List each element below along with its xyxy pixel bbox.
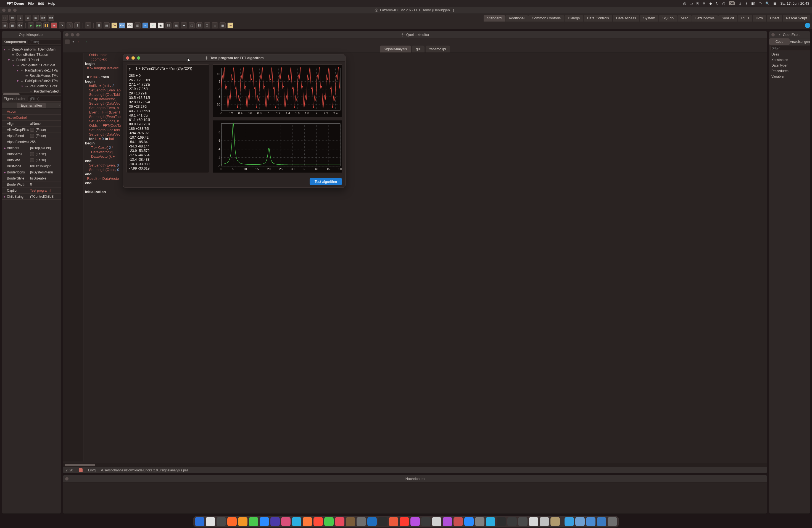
properties-tab[interactable]: Eigenschaften — [17, 103, 46, 108]
dock-app-icon[interactable] — [335, 517, 344, 526]
code-explorer-item[interactable]: Datentypen — [769, 63, 810, 68]
dock-app-icon[interactable] — [260, 517, 269, 526]
selection-tool[interactable]: ↖ — [85, 23, 91, 28]
input-source-badge[interactable]: DE — [729, 1, 735, 5]
editor-tab[interactable]: SignalAnalysis — [380, 46, 411, 53]
property-row[interactable]: AlphaBlendValu255 — [2, 139, 61, 145]
palette-tab-sqldb[interactable]: SQLdb — [659, 15, 677, 21]
dock-app-icon[interactable] — [421, 517, 431, 526]
comp-actionlist[interactable]: Ok — [227, 23, 233, 28]
comp-combobox[interactable]: ▤ — [173, 23, 179, 28]
palette-more-button[interactable] — [805, 23, 810, 28]
property-row[interactable]: AutoSize(False) — [2, 157, 61, 163]
tuning-fork-icon[interactable]: ♆ — [702, 1, 706, 5]
comp-scrollbar[interactable]: ━ — [181, 23, 187, 28]
tree-item[interactable]: ▾▭PairSplitter2: TPair — [2, 84, 61, 89]
dock-app-icon[interactable] — [464, 517, 474, 526]
palette-tab-rtti[interactable]: RTTI — [738, 15, 753, 21]
control-center-icon[interactable]: ☰ — [773, 1, 777, 5]
minimize-button[interactable] — [131, 56, 135, 60]
dock-app-icon[interactable] — [367, 517, 377, 526]
pause-button[interactable]: ❚❚ — [43, 23, 49, 28]
nav-forward-button[interactable]: → — [84, 40, 88, 44]
tree-item[interactable]: ▭ResultsMemo: TMe — [2, 73, 61, 78]
property-row[interactable]: CaptionTest program f — [2, 188, 61, 194]
results-memo[interactable]: y := 1 + 10*sin(2*pi*5*t) + 4*sin(2*pi*2… — [127, 64, 209, 173]
test-algorithm-button[interactable]: Test algorithm — [309, 178, 342, 185]
property-row[interactable]: AutoScroll(False) — [2, 151, 61, 157]
comp-checkbox[interactable]: ✓ — [150, 23, 156, 28]
code-explorer-item[interactable]: Konstanten — [769, 57, 810, 63]
menu-help[interactable]: Help — [48, 1, 55, 5]
comp-toggle[interactable]: on — [142, 23, 148, 28]
menu-clock[interactable]: Sa. 17. Juni 20:43 — [780, 1, 809, 5]
close-button[interactable] — [126, 56, 129, 60]
dock-app-icon[interactable] — [507, 517, 517, 526]
palette-tab-misc[interactable]: Misc — [678, 15, 692, 21]
tree-item[interactable]: ▾▭DemoMainForm: TDemoMain — [2, 47, 61, 52]
tool-units[interactable]: ▤ — [2, 23, 8, 28]
property-grid[interactable]: ActionActiveControlAlignalNoneAllowDropF… — [2, 108, 61, 513]
palette-tab-dialogs[interactable]: Dialogs — [565, 15, 583, 21]
dropbox-icon[interactable]: ◆ — [709, 1, 712, 5]
tool-save-all[interactable]: ⧉ — [25, 15, 31, 21]
dock-app-icon[interactable] — [206, 517, 215, 526]
code-explorer-item[interactable]: Uses — [769, 52, 810, 57]
property-row[interactable]: BorderStylebsSizeable — [2, 175, 61, 181]
comp-label[interactable]: Abc — [119, 23, 125, 28]
dock-app-icon[interactable] — [565, 517, 574, 526]
tree-item[interactable]: ▭PairSplitterSide3 — [2, 89, 61, 92]
sync-icon[interactable]: ↻ — [715, 1, 719, 5]
comp-memo[interactable]: ▥ — [134, 23, 141, 28]
clock-icon[interactable]: ◷ — [722, 1, 725, 5]
dock-app-icon[interactable] — [586, 517, 595, 526]
comp-groupbox[interactable]: ▢ — [189, 23, 195, 28]
tool-new[interactable]: ▢ — [2, 15, 8, 21]
tree-item[interactable]: ▭DemoButton: TButton — [2, 52, 61, 57]
code-explorer-item[interactable]: Variablen — [769, 74, 810, 79]
editor-dropdown[interactable]: ▾ — [72, 40, 74, 44]
dock-app-icon[interactable] — [303, 517, 312, 526]
tree-item[interactable]: ▾▭PairSplitter1: TPairSplit — [2, 62, 61, 68]
dock-app-icon[interactable] — [529, 517, 538, 526]
property-row[interactable]: ▸Anchors[akTop,akLeft] — [2, 145, 61, 151]
bluetooth-icon[interactable]: ᚼ — [745, 1, 748, 5]
tool-toggle-form[interactable]: ▭▾ — [48, 15, 54, 21]
menu-file[interactable]: File — [28, 1, 34, 5]
zoom-button[interactable] — [137, 56, 140, 60]
palette-tab-additional[interactable]: Additional — [505, 15, 528, 21]
dock-app-icon[interactable] — [432, 517, 441, 526]
dock-app-icon[interactable] — [575, 517, 585, 526]
dock-app-icon[interactable] — [540, 517, 549, 526]
comp-radiogroup[interactable]: ☷ — [197, 23, 202, 28]
step-out-button[interactable]: ↥ — [74, 23, 81, 28]
palette-tab-pascal-script[interactable]: Pascal Script — [783, 15, 810, 21]
component-tree-scrollbar[interactable] — [2, 92, 61, 95]
menu-edit[interactable]: Edit — [38, 1, 44, 5]
dock-app-icon[interactable] — [357, 517, 366, 526]
property-row[interactable]: ▸BorderIcons[biSystemMenu — [2, 169, 61, 175]
dock-app-icon[interactable] — [271, 517, 280, 526]
dock-app-icon[interactable] — [486, 517, 495, 526]
tool-new-form[interactable]: ▥▾ — [40, 15, 46, 21]
dock-app-icon[interactable] — [400, 517, 409, 526]
tool-open[interactable]: ▭ — [10, 15, 15, 21]
dock-app-icon[interactable] — [314, 517, 323, 526]
tree-item[interactable]: ▾▭PairSplitterSide2: TPa — [2, 78, 61, 84]
component-tree[interactable]: ▾▭DemoMainForm: TDemoMain▭DemoButton: TB… — [2, 46, 61, 92]
dock-app-icon[interactable] — [195, 517, 204, 526]
property-row[interactable]: AlphaBlend(False) — [2, 133, 61, 139]
tool-save[interactable]: ⤓ — [17, 15, 23, 21]
step-into-button[interactable]: ↴ — [67, 23, 73, 28]
stop-button[interactable]: ■ — [51, 23, 57, 28]
comp-listbox[interactable]: ☷ — [165, 23, 172, 28]
palette-tab-standard[interactable]: Standard — [483, 15, 505, 21]
property-row[interactable]: ActiveControl — [2, 115, 61, 121]
palette-tab-lazcontrols[interactable]: LazControls — [692, 15, 718, 21]
property-row[interactable]: ▸ChildSizing(TControlChildS — [2, 194, 61, 200]
palette-tab-common-controls[interactable]: Common Controls — [528, 15, 564, 21]
comp-edit[interactable]: ab| — [127, 23, 133, 28]
palette-tab-synedit[interactable]: SynEdit — [719, 15, 737, 21]
tool-options[interactable]: ⚙▾ — [17, 23, 23, 28]
dock-app-icon[interactable] — [389, 517, 398, 526]
